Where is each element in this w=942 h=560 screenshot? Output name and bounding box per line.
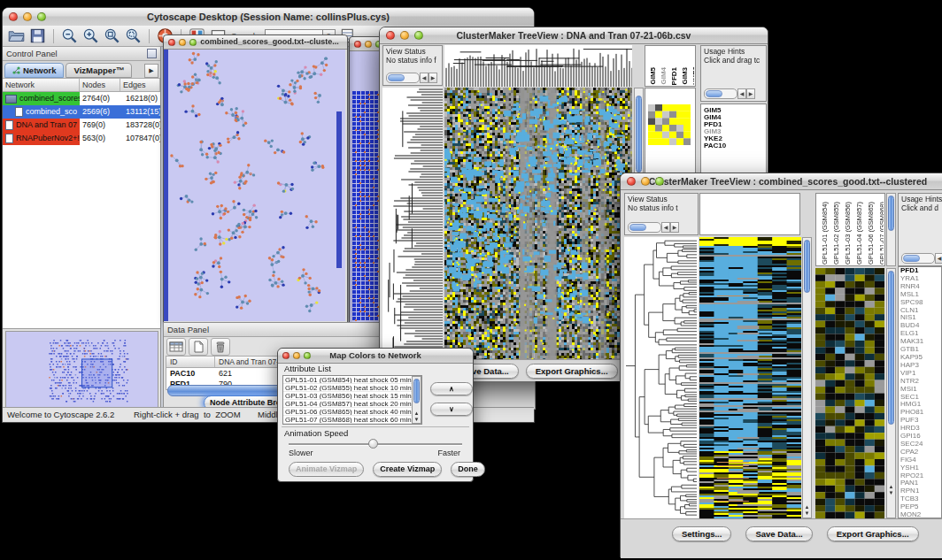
scrollbar-thumb[interactable]: [888, 271, 894, 425]
scrollbar-thumb[interactable]: [413, 379, 420, 403]
treeview2-titlebar[interactable]: ClusterMaker TreeView : combined_scores_…: [621, 173, 942, 190]
row-dendrogram-canvas[interactable]: [624, 237, 699, 518]
close-button[interactable]: [282, 352, 290, 359]
scrollbar-thumb[interactable]: [888, 196, 894, 231]
network-row[interactable]: combined_scores 2764(0) 16218(0): [3, 92, 160, 105]
treeview-button[interactable]: Save Data...: [745, 526, 812, 541]
col-network[interactable]: Network: [3, 79, 80, 91]
maximize-button[interactable]: [414, 31, 423, 40]
column-label[interactable]: GPL51-04 (GSM857): [854, 202, 864, 265]
scrollbar-thumb[interactable]: [804, 240, 810, 293]
birds-eye-canvas[interactable]: [5, 331, 158, 409]
column-label[interactable]: GPL51-07 (GSM868): [877, 202, 884, 265]
col-nodes[interactable]: Nodes: [80, 79, 120, 91]
minimize-button[interactable]: [293, 352, 300, 359]
network-canvas[interactable]: [164, 50, 345, 321]
dialog-button[interactable]: Create Vizmap: [373, 462, 442, 477]
col-edges[interactable]: Edges: [120, 79, 160, 91]
hints-scrollbar[interactable]: [901, 253, 935, 264]
main-titlebar[interactable]: Cytoscape Desktop (Session Name: collins…: [3, 8, 534, 27]
scroll-left-icon[interactable]: ◀: [737, 88, 746, 99]
close-button[interactable]: [354, 41, 361, 48]
attribute-list[interactable]: GPL51-01 (GSM854) heat shock 05 minGPL51…: [282, 375, 422, 425]
zoom-out-icon[interactable]: [61, 27, 78, 44]
row-dendrogram-canvas[interactable]: [382, 88, 443, 359]
zoomed-heatmap-vscrollbar[interactable]: ▲▼: [886, 268, 896, 518]
save-icon[interactable]: [29, 27, 46, 44]
attribute-item[interactable]: GPL51-07 (GSM868) heat shock 60 min: [283, 416, 421, 424]
heatmap-canvas[interactable]: [699, 237, 801, 518]
slider-knob[interactable]: [368, 439, 378, 449]
zoom-selected-icon[interactable]: [125, 27, 142, 44]
attribute-item[interactable]: GPL51-04 (GSM857) heat shock 20 min: [283, 400, 421, 408]
maximize-button[interactable]: [189, 39, 197, 46]
scrollbar-thumb[interactable]: [636, 96, 642, 173]
summary-matrix-canvas[interactable]: [648, 104, 691, 145]
col-id[interactable]: ID: [166, 357, 215, 367]
move-down-button[interactable]: ∨: [430, 403, 473, 416]
trash-icon[interactable]: [211, 338, 230, 356]
network-row[interactable]: RNAPuberNov2+! 563(0) 107847(0): [3, 132, 160, 145]
status-scrollbar[interactable]: [628, 222, 661, 233]
tab-network[interactable]: Network: [4, 63, 64, 78]
column-label[interactable]: YKE2: [691, 66, 694, 85]
attribute-item[interactable]: GPL51-06 (GSM865) heat shock 40 min: [283, 408, 421, 416]
close-button[interactable]: [168, 39, 175, 46]
row-label[interactable]: PAC10: [704, 142, 766, 150]
minimize-button[interactable]: [23, 12, 32, 21]
tab-vizmapper[interactable]: VizMapper™: [66, 63, 132, 78]
scroll-left-icon[interactable]: ◀: [661, 222, 670, 233]
scroll-arrows-icon[interactable]: ▲▼: [413, 410, 421, 423]
minimize-button[interactable]: [400, 31, 409, 40]
close-button[interactable]: [386, 31, 395, 40]
column-label[interactable]: GPL51-06 (GSM865): [866, 202, 876, 265]
scroll-right-icon[interactable]: ▶: [429, 73, 437, 83]
attribute-item[interactable]: GPL51-01 (GSM854) heat shock 05 min: [283, 376, 421, 384]
zoomed-heatmap-canvas[interactable]: [815, 268, 884, 518]
tab-overflow-arrow-icon[interactable]: ▶: [144, 64, 158, 78]
maximize-button[interactable]: [655, 177, 664, 186]
column-label[interactable]: GPL51-03 (GSM856): [843, 202, 853, 265]
dialog-titlebar[interactable]: Map Colors to Network: [278, 349, 473, 364]
status-scrollbar[interactable]: [386, 73, 420, 83]
dialog-button[interactable]: Animate Vizmap: [289, 462, 364, 477]
attribute-item[interactable]: GPL51-02 (GSM855) heat shock 10 min: [283, 384, 421, 392]
column-label[interactable]: GIM3: [681, 67, 690, 85]
network-row[interactable]: combined_sco 2569(6) 13112(15): [3, 105, 160, 119]
list-vscrollbar[interactable]: ▲▼: [412, 376, 421, 424]
zoom-in-icon[interactable]: [82, 27, 99, 44]
birds-eye-view[interactable]: [3, 328, 160, 410]
minimize-button[interactable]: [641, 177, 650, 186]
network-row[interactable]: DNA and Tran 07 769(0) 183728(0): [3, 119, 160, 132]
zoom-fit-icon[interactable]: [104, 27, 120, 44]
select-attributes-icon[interactable]: [166, 338, 186, 356]
close-button[interactable]: [9, 12, 18, 21]
column-labels-vscrollbar[interactable]: [886, 193, 896, 266]
column-label[interactable]: GPL51-01 (GSM854): [820, 202, 830, 265]
treeview-button[interactable]: Export Graphics...: [827, 526, 919, 541]
dialog-button[interactable]: Done: [451, 462, 485, 477]
gene-label[interactable]: MON2: [899, 511, 941, 518]
close-button[interactable]: [627, 177, 636, 186]
treeview1-titlebar[interactable]: ClusterMaker TreeView : DNA and Tran 07-…: [380, 27, 768, 44]
scroll-left-icon[interactable]: ◀: [935, 253, 942, 264]
column-label[interactable]: GPL51-02 (GSM855): [831, 202, 841, 265]
minimize-button[interactable]: [179, 39, 186, 46]
column-dendrogram-canvas[interactable]: [444, 45, 632, 87]
scroll-left-icon[interactable]: ◀: [420, 73, 429, 83]
treeview-button[interactable]: Settings...: [672, 526, 731, 541]
column-label[interactable]: GIM5: [649, 67, 658, 85]
minimize-button[interactable]: [365, 41, 372, 48]
maximize-button[interactable]: [304, 352, 311, 359]
hints-scrollbar[interactable]: [704, 88, 737, 99]
attribute-item[interactable]: GPL51-03 (GSM856) heat shock 15 min: [283, 392, 421, 400]
float-panel-icon[interactable]: [147, 49, 157, 58]
column-label[interactable]: PFD1: [670, 67, 679, 85]
heatmap-canvas[interactable]: [444, 88, 632, 359]
scroll-right-icon[interactable]: ▶: [670, 222, 679, 233]
new-attribute-icon[interactable]: [189, 338, 208, 356]
heatmap-vscrollbar[interactable]: ▲▼: [802, 237, 812, 518]
treeview-button[interactable]: Export Graphics...: [526, 364, 618, 379]
scroll-arrows-icon[interactable]: ▲▼: [803, 504, 811, 517]
scroll-arrows-icon[interactable]: ▲▼: [887, 484, 895, 496]
